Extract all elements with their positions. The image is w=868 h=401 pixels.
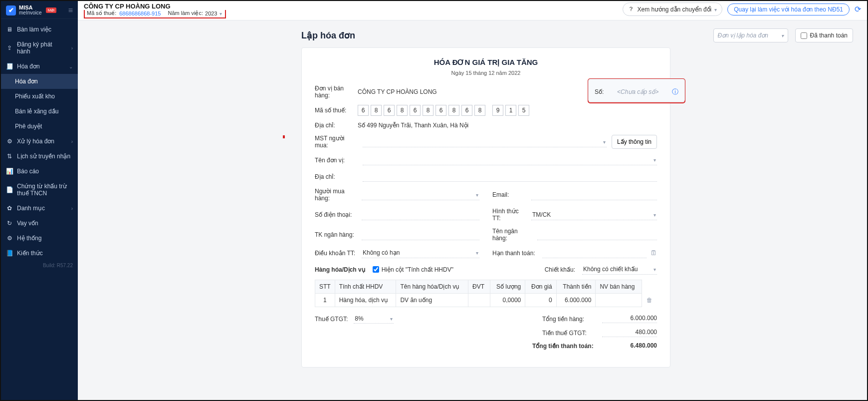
bankname-input[interactable] xyxy=(537,230,657,240)
nav-icon: 📊 xyxy=(6,168,13,175)
discount-label: Chiết khấu: xyxy=(545,266,575,273)
sidebar-item-label: Xử lý hóa đơn xyxy=(17,138,54,145)
sidebar-item[interactable]: ⚙Xử lý hóa đơn› xyxy=(1,134,78,149)
col-amount: Thành tiền xyxy=(556,280,596,294)
build-label: Build: R57.22 xyxy=(1,263,78,268)
show-nature-input[interactable] xyxy=(373,266,379,273)
cell-qty[interactable]: 0,0000 xyxy=(490,294,525,307)
topbar: CÔNG TY CP HOÀNG LONG Mã số thuế: 686868… xyxy=(78,1,867,20)
invoice-title: HÓA ĐƠN GIÁ TRỊ GIA TĂNG xyxy=(315,58,657,67)
chevron-down-icon xyxy=(603,138,606,145)
tax-digit: 1 xyxy=(505,105,516,116)
tax-digit: 8 xyxy=(474,105,485,116)
unit-select[interactable]: Đơn vị lập hóa đơn xyxy=(713,28,788,42)
cell-staff[interactable] xyxy=(596,294,642,307)
get-info-button[interactable]: Lấy thông tin xyxy=(612,135,657,149)
vat-amount-value: 480.000 xyxy=(602,329,657,337)
sidebar-item[interactable]: Bán lẻ xăng dầu xyxy=(1,104,78,119)
buyer-mst-label: MST người mua: xyxy=(315,135,358,149)
bank-input[interactable] xyxy=(362,230,479,240)
nav-icon: 📘 xyxy=(6,250,13,257)
buyer-unit-input[interactable] xyxy=(363,155,657,165)
col-nature: Tính chất HHDV xyxy=(335,280,396,294)
sidebar-item-label: Đăng ký phát hành xyxy=(17,41,67,55)
nd51-button[interactable]: Quay lại làm việc với hóa đơn theo NĐ51 xyxy=(727,3,850,15)
buyer-mst-input[interactable] xyxy=(363,137,607,147)
vat-select[interactable]: 8% xyxy=(354,314,394,324)
chevron-down-icon xyxy=(781,32,784,39)
tax-digit: 6 xyxy=(461,105,472,116)
show-nature-checkbox[interactable]: Hiện cột "Tính chất HHDV" xyxy=(373,266,453,273)
seller-tax-label: Mã số thuế: xyxy=(315,107,358,114)
paytype-value: TM/CK xyxy=(532,211,551,218)
sidebar-item[interactable]: ↻Vay vốn xyxy=(1,216,78,231)
buyer-email-input[interactable] xyxy=(531,190,657,200)
cell-amount[interactable]: 6.000.000 xyxy=(556,294,596,307)
menu-toggle-icon[interactable]: ≡ xyxy=(68,6,73,15)
nav-icon: ⚙ xyxy=(6,235,13,242)
sidebar-item[interactable]: 📘Kiến thức xyxy=(1,246,78,261)
logo: ✔ MISA meInvoice Mới ≡ xyxy=(1,1,78,19)
sidebar-item[interactable]: ✿Danh mục› xyxy=(1,201,78,216)
cell-nature[interactable]: Hàng hóa, dịch vụ xyxy=(335,294,396,307)
sidebar-item[interactable]: 📊Báo cáo xyxy=(1,164,78,179)
sidebar-item-label: Hóa đơn xyxy=(17,63,40,70)
nav-icon: 🖥 xyxy=(6,26,13,33)
cell-unit[interactable] xyxy=(468,294,490,307)
sidebar-item-label: Danh mục xyxy=(17,205,45,212)
paid-input[interactable] xyxy=(801,32,807,39)
calendar-icon[interactable]: 🗓 xyxy=(651,249,657,257)
term-select[interactable]: Không có hạn xyxy=(362,248,479,258)
buyer-phone-input[interactable] xyxy=(362,210,479,220)
paid-checkbox[interactable]: Đã thanh toán xyxy=(795,28,853,42)
cell-name[interactable]: DV ăn uống xyxy=(396,294,468,307)
sidebar-item-label: Hóa đơn xyxy=(15,78,38,85)
sidebar-item[interactable]: 📄Chứng từ khấu trừ thuế TNCN xyxy=(1,179,78,201)
number-box: Số: <Chưa cấp số> ⓘ xyxy=(588,79,685,102)
col-qty: Số lượng xyxy=(490,280,525,294)
sidebar-item[interactable]: ⇅Lịch sử truyền nhận xyxy=(1,149,78,164)
sidebar-item-label: Bàn làm việc xyxy=(17,26,51,33)
due-input[interactable] xyxy=(542,248,647,258)
sidebar-item[interactable]: Hóa đơn xyxy=(1,74,78,89)
bank-label: TK ngân hàng: xyxy=(315,231,358,238)
discount-select[interactable]: Không có chiết khấu xyxy=(582,264,657,275)
info-icon[interactable]: ⓘ xyxy=(672,87,678,96)
help-icon: ？ xyxy=(628,5,634,13)
tax-digit: 8 xyxy=(397,105,408,116)
tax-id: 6868686868-915 xyxy=(119,10,161,16)
tax-digit: 8 xyxy=(371,105,382,116)
sidebar: ✔ MISA meInvoice Mới ≡ 🖥Bàn làm việc⇪Đăn… xyxy=(1,1,78,400)
buyer-name-label: Người mua hàng: xyxy=(315,188,358,202)
table-row[interactable]: 1 Hàng hóa, dịch vụ DV ăn uống 0,0000 0 … xyxy=(315,294,657,307)
chevron-down-icon xyxy=(390,315,393,322)
chevron-down-icon[interactable] xyxy=(219,10,222,16)
cell-price[interactable]: 0 xyxy=(525,294,556,307)
tax-digit: 6 xyxy=(435,105,446,116)
sidebar-item[interactable]: ⚙Hệ thống xyxy=(1,231,78,246)
trash-icon[interactable]: 🗑 xyxy=(647,297,652,304)
tax-digit: 6 xyxy=(410,105,421,116)
guide-button[interactable]: ？ Xem hướng dẫn chuyển đổi xyxy=(623,2,722,16)
tax-digit: 6 xyxy=(384,105,395,116)
chevron-icon: › xyxy=(71,139,73,144)
tax-digit: 5 xyxy=(518,105,529,116)
buyer-addr-input[interactable] xyxy=(363,171,657,182)
sidebar-item[interactable]: Phê duyệt xyxy=(1,119,78,134)
sidebar-item[interactable]: Phiếu xuất kho xyxy=(1,89,78,104)
year-value[interactable]: 2023 xyxy=(205,10,217,16)
paytype-select[interactable]: TM/CK xyxy=(531,210,657,220)
chevron-down-icon xyxy=(653,156,656,163)
vat-rate: 8% xyxy=(355,315,363,322)
seller-unit: CÔNG TY CP HOÀNG LONG xyxy=(358,88,437,95)
show-nature-label: Hiện cột "Tính chất HHDV" xyxy=(382,266,453,273)
invoice-date: Ngày 15 tháng 12 năm 2022 xyxy=(315,70,657,76)
goods-section-label: Hàng hóa/Dịch vụ xyxy=(315,266,366,273)
sidebar-item[interactable]: 🖥Bàn làm việc xyxy=(1,22,78,37)
sidebar-item[interactable]: ⇪Đăng ký phát hành› xyxy=(1,37,78,59)
logo-icon: ✔ xyxy=(6,5,16,15)
buyer-unit-label: Tên đơn vị: xyxy=(315,157,358,164)
refresh-icon[interactable]: ⟳ xyxy=(855,4,861,14)
sidebar-item[interactable]: 🧾Hóa đơn⌄ xyxy=(1,59,78,74)
buyer-name-input[interactable] xyxy=(362,190,479,200)
